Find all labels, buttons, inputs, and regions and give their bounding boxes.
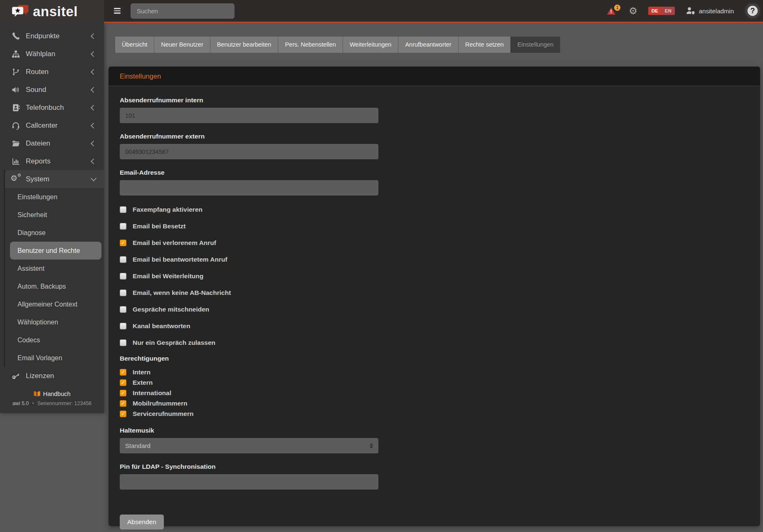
checkbox[interactable] — [120, 390, 126, 396]
hamburger-menu-icon[interactable] — [114, 8, 121, 14]
checkbox-row-email-verloren[interactable]: Email bei verlorenem Anruf — [120, 238, 749, 247]
checkbox[interactable] — [120, 223, 126, 230]
checkbox[interactable] — [120, 411, 126, 417]
checkbox-row-email-beantwortet[interactable]: Email bei beantwortetem Anruf — [120, 255, 749, 264]
tab-uebersicht[interactable]: Übersicht — [115, 37, 154, 53]
field-label-extern: Absenderrufnummer extern — [120, 133, 749, 140]
permission-row-extern[interactable]: Extern — [120, 378, 749, 387]
chart-icon — [11, 157, 20, 166]
chevron-left-icon — [91, 87, 96, 92]
sidebar-subitem-sicherheit[interactable]: Sicherheit — [5, 206, 104, 224]
tab-anrufbeantworter[interactable]: Anrufbeantworter — [398, 37, 458, 53]
checkbox-row-ein-gespraech[interactable]: Nur ein Gespräch zulassen — [120, 338, 749, 347]
email-input[interactable] — [120, 180, 378, 195]
checkbox[interactable] — [120, 339, 126, 346]
checkbox[interactable] — [120, 206, 126, 213]
hold-music-label: Haltemusik — [120, 427, 749, 434]
checkbox-row-email-ab[interactable]: Email, wenn keine AB-Nachricht — [120, 288, 749, 297]
language-en-button[interactable]: EN — [662, 7, 675, 15]
user-shield-icon — [686, 7, 696, 15]
language-de-button[interactable]: DE — [648, 7, 662, 15]
checkbox[interactable] — [120, 306, 126, 313]
sidebar-subitem-waehloptionen[interactable]: Wähloptionen — [5, 313, 104, 331]
chevron-left-icon — [91, 51, 96, 57]
sidebar-subitem-allgemeiner-context[interactable]: Allgemeiner Context — [5, 295, 104, 313]
checkbox[interactable] — [120, 379, 126, 386]
field-label-intern: Absenderrufnummer intern — [120, 97, 749, 104]
alerts-button[interactable]: 1 — [607, 7, 618, 15]
checkbox[interactable] — [120, 323, 126, 329]
permission-row-international[interactable]: International — [120, 388, 749, 397]
checkbox-row-email-besetzt[interactable]: Email bei Besetzt — [120, 222, 749, 230]
checkbox-row-kanal[interactable]: Kanal beantworten — [120, 322, 749, 330]
select-arrows-icon — [370, 443, 373, 448]
tab-pers-nebenstellen[interactable]: Pers. Nebenstellen — [278, 37, 343, 53]
key-icon — [11, 372, 20, 380]
tab-einstellungen[interactable]: Einstellungen — [511, 37, 560, 53]
sitemap-icon — [11, 50, 20, 58]
checkbox[interactable] — [120, 400, 126, 407]
chevron-left-icon — [91, 33, 96, 39]
checkbox-row-email-weiterleitung[interactable]: Email bei Weiterleitung — [120, 272, 749, 280]
checkbox[interactable] — [120, 369, 126, 376]
tab-bar: Übersicht Neuer Benutzer Benutzer bearbe… — [115, 37, 560, 53]
headset-icon — [11, 121, 20, 130]
panel-title: Einstellungen — [120, 72, 161, 80]
chevron-left-icon — [91, 69, 96, 74]
brand: ansitel — [0, 0, 104, 23]
permission-row-mobil[interactable]: Mobilrufnummern — [120, 399, 749, 408]
sidebar-item-endpunkte[interactable]: Endpunkte — [0, 27, 104, 45]
ldap-pin-input[interactable] — [120, 474, 378, 490]
sidebar-item-waehlplan[interactable]: Wählplan — [0, 45, 104, 63]
settings-panel: Einstellungen Absenderrufnummer intern A… — [109, 67, 760, 526]
checkbox[interactable] — [120, 256, 126, 263]
panel-header: Einstellungen — [109, 67, 760, 86]
tab-benutzer-bearbeiten[interactable]: Benutzer bearbeiten — [210, 37, 279, 53]
checkbox[interactable] — [120, 273, 126, 280]
sidebar-item-telefonbuch[interactable]: Telefonbuch — [0, 99, 104, 116]
user-menu[interactable]: ansiteladmin — [686, 7, 734, 15]
intern-number-input[interactable] — [120, 108, 378, 123]
submit-button[interactable]: Absenden — [120, 515, 164, 530]
language-toggle: DE EN — [648, 7, 675, 15]
sidebar-item-system[interactable]: ⚙⚙ System — [5, 170, 104, 188]
tab-neuer-benutzer[interactable]: Neuer Benutzer — [154, 37, 210, 53]
permission-row-service[interactable]: Servicerufnummern — [120, 409, 749, 418]
sidebar-subitem-email-vorlagen[interactable]: Email Vorlagen — [5, 349, 104, 367]
manual-link[interactable]: Handbuch — [0, 389, 104, 399]
sidebar-subitem-assistent[interactable]: Assistent — [5, 260, 104, 277]
checkbox[interactable] — [120, 290, 126, 296]
book-icon — [33, 391, 41, 397]
username-label: ansiteladmin — [699, 7, 734, 15]
chevron-left-icon — [91, 158, 96, 164]
sidebar-item-sound[interactable]: Sound — [0, 81, 104, 99]
checkbox[interactable] — [120, 240, 126, 246]
sidebar: Endpunkte Wählplan Routen Sound — [0, 23, 104, 413]
checkbox-row-mitschneiden[interactable]: Gespräche mitschneiden — [120, 305, 749, 314]
tab-weiterleitungen[interactable]: Weiterleitungen — [343, 37, 399, 53]
serial-label: Seriennummer: 123456 — [37, 401, 92, 406]
hold-music-select[interactable]: Standard — [120, 438, 378, 453]
tab-rechte-setzen[interactable]: Rechte setzen — [459, 37, 511, 53]
topbar: 1 ⚙ DE EN ansiteladmin ? — [104, 0, 763, 23]
sidebar-item-reports[interactable]: Reports — [0, 152, 104, 170]
version-info: awi 5.0 • Seriennummer: 123456 — [0, 399, 104, 409]
chevron-left-icon — [91, 122, 96, 128]
folder-icon — [11, 139, 20, 148]
checkbox-row-fax[interactable]: Faxempfang aktivieren — [120, 205, 749, 214]
sidebar-item-callcenter[interactable]: Callcenter — [0, 116, 104, 134]
permission-row-intern[interactable]: Intern — [120, 368, 749, 376]
sidebar-subitem-benutzer-und-rechte[interactable]: Benutzer und Rechte — [10, 242, 101, 260]
sidebar-subitem-codecs[interactable]: Codecs — [5, 331, 104, 349]
sidebar-subitem-diagnose[interactable]: Diagnose — [5, 224, 104, 242]
help-icon[interactable]: ? — [746, 5, 759, 17]
branch-icon — [11, 68, 20, 76]
sidebar-subitem-einstellungen[interactable]: Einstellungen — [5, 188, 104, 206]
sidebar-item-lizenzen[interactable]: Lizenzen — [0, 367, 104, 385]
settings-gear-icon[interactable]: ⚙ — [629, 6, 637, 16]
search-input[interactable] — [131, 3, 235, 19]
extern-number-input[interactable] — [120, 144, 378, 159]
sidebar-item-dateien[interactable]: Dateien — [0, 134, 104, 152]
sidebar-item-routen[interactable]: Routen — [0, 63, 104, 81]
sidebar-subitem-autom-backups[interactable]: Autom. Backups — [5, 277, 104, 295]
